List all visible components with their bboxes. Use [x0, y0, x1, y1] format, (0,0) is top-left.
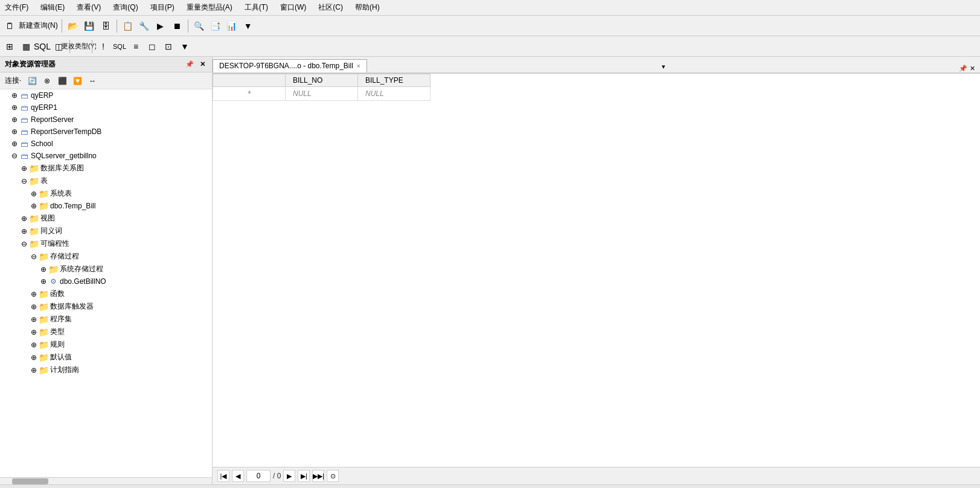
toolbar-btn-7[interactable]: 🔍 [192, 19, 207, 33]
toggle-functions[interactable]: ⊕ [29, 289, 39, 299]
toggle-programmability[interactable]: ⊖ [19, 239, 29, 249]
toolbar-btn-6[interactable]: ⏹ [170, 19, 184, 33]
new-query-button[interactable]: 🗒 [2, 19, 17, 33]
toggle-synonyms[interactable]: ⊕ [19, 226, 29, 236]
data-grid-container[interactable]: BILL_NO BILL_TYPE * NULL NULL [213, 74, 980, 467]
toolbar-btn-3[interactable]: 📋 [121, 19, 135, 33]
toggle-rules[interactable]: ⊕ [29, 340, 39, 350]
oe-filter-button[interactable]: 🔽 [71, 75, 84, 87]
tree-node-rules[interactable]: ⊕ 📁 规则 [0, 338, 212, 351]
tree-node-qyERP[interactable]: ⊕ 🗃 qyERP [0, 89, 212, 101]
toggle-views[interactable]: ⊕ [19, 214, 29, 223]
tree-node-dbo-temp-bill[interactable]: ⊕ 📁 dbo.Temp_Bill [0, 200, 212, 212]
tree-node-db-diagram[interactable]: ⊕ 📁 数据库关系图 [0, 162, 212, 175]
save-all-button[interactable]: 🗄 [98, 19, 113, 33]
tree-node-synonyms[interactable]: ⊕ 📁 同义词 [0, 225, 212, 237]
toggle-types[interactable]: ⊕ [29, 327, 39, 337]
open-file-button[interactable]: 📂 [66, 19, 80, 33]
tree-node-functions[interactable]: ⊕ 📁 函数 [0, 287, 212, 300]
menu-query[interactable]: 查询(Q) [110, 1, 140, 14]
page-all-button[interactable]: ▶▶| [312, 470, 324, 482]
new-query-label[interactable]: 新建查询(N) [19, 21, 58, 31]
tree-node-sys-tables[interactable]: ⊕ 📁 系统表 [0, 187, 212, 200]
tree-node-programmability[interactable]: ⊖ 📁 可编程性 [0, 237, 212, 250]
tb2-btn-7[interactable]: ⊡ [161, 39, 176, 54]
oe-sync-button[interactable]: ↔ [86, 75, 99, 87]
toolbar-btn-5[interactable]: ▶ [153, 19, 168, 33]
tree-node-ReportServer[interactable]: ⊕ 🗃 ReportServer [0, 114, 212, 126]
menu-tools[interactable]: 工具(T) [242, 1, 271, 14]
tree-node-stored-procs[interactable]: ⊖ 📁 存储过程 [0, 250, 212, 263]
tree-node-School[interactable]: ⊕ 🗃 School [0, 138, 212, 150]
toggle-defaults[interactable]: ⊕ [29, 353, 39, 362]
grid-cell-bill-no[interactable]: NULL [286, 87, 358, 101]
tree-container[interactable]: ⊕ 🗃 qyERP ⊕ 🗃 qyERP1 ⊕ 🗃 ReportServer [0, 89, 212, 477]
toggle-qyERP1[interactable]: ⊕ [10, 103, 19, 112]
toggle-ReportServer[interactable]: ⊕ [10, 115, 19, 124]
tree-hscrollbar[interactable] [0, 477, 212, 484]
oe-stop-button[interactable]: ⬛ [56, 75, 69, 87]
tab-temp-bill[interactable]: DESKTOP-9T6BGNA....o - dbo.Temp_Bill × [213, 59, 367, 72]
toggle-School[interactable]: ⊕ [10, 139, 19, 149]
page-first-button[interactable]: |◀ [217, 470, 229, 482]
tb2-exclaim[interactable]: ! [96, 39, 110, 54]
tree-node-views[interactable]: ⊕ 📁 视图 [0, 212, 212, 225]
menu-project[interactable]: 项目(P) [148, 1, 177, 14]
menu-help[interactable]: 帮助(H) [353, 1, 382, 14]
change-type-button[interactable]: 更改类型(Y)▾ [74, 39, 88, 54]
tb2-btn-6[interactable]: ◻ [145, 39, 159, 54]
menu-file[interactable]: 文件(F) [2, 1, 31, 14]
menu-edit[interactable]: 编辑(E) [38, 1, 67, 14]
tab-dropdown[interactable]: ▾ [658, 61, 669, 72]
toggle-ReportServerTempDB[interactable]: ⊕ [10, 127, 19, 136]
tb2-btn-3[interactable]: SQL [35, 39, 50, 54]
toggle-plan-guides[interactable]: ⊕ [29, 365, 39, 375]
tree-node-plan-guides[interactable]: ⊕ 📁 计划指南 [0, 364, 212, 376]
toggle-stored-procs[interactable]: ⊖ [29, 252, 39, 262]
tab-area-pin[interactable]: 📌 [959, 65, 967, 72]
tb2-btn-5[interactable]: ≡ [129, 39, 143, 54]
menu-community[interactable]: 社区(C) [316, 1, 345, 14]
grid-cell-bill-type[interactable]: NULL [358, 87, 431, 101]
page-current-input[interactable] [246, 470, 271, 482]
tb2-btn-1[interactable]: ⊞ [2, 39, 17, 54]
tree-node-dbo-getbillno[interactable]: ⊕ ⚙ dbo.GetBillNO [0, 275, 212, 287]
toggle-dbo-temp-bill[interactable]: ⊕ [29, 201, 39, 211]
page-next-button[interactable]: ▶ [283, 470, 295, 482]
tb2-sql[interactable]: SQL [112, 39, 127, 54]
toggle-sys-tables[interactable]: ⊕ [29, 189, 39, 199]
page-last-button[interactable]: ▶| [298, 470, 310, 482]
oe-disconnect-button[interactable]: ⊗ [40, 75, 54, 87]
tree-node-sys-stored-procs[interactable]: ⊕ 📁 系统存储过程 [0, 263, 212, 275]
toggle-sys-stored-procs[interactable]: ⊕ [39, 265, 48, 274]
tree-node-ReportServerTempDB[interactable]: ⊕ 🗃 ReportServerTempDB [0, 126, 212, 138]
menu-weight[interactable]: 重量类型品(A) [184, 1, 235, 14]
page-stop-button[interactable]: ⊙ [327, 470, 339, 482]
toggle-tables[interactable]: ⊖ [19, 176, 29, 186]
oe-connect-button[interactable]: 连接· [2, 74, 24, 87]
toolbar-btn-10[interactable]: ▼ [241, 19, 255, 33]
tree-node-defaults[interactable]: ⊕ 📁 默认值 [0, 351, 212, 364]
tb2-btn-2[interactable]: ▦ [19, 39, 33, 54]
tb2-btn-8[interactable]: ▼ [178, 39, 192, 54]
tree-node-db-triggers[interactable]: ⊕ 📁 数据库触发器 [0, 300, 212, 313]
oe-close-button[interactable]: ✕ [198, 60, 207, 69]
toggle-db-triggers[interactable]: ⊕ [29, 302, 39, 312]
tab-close-button[interactable]: × [357, 63, 360, 69]
oe-pin-button[interactable]: 📌 [184, 60, 196, 69]
toolbar-btn-8[interactable]: 📑 [208, 19, 223, 33]
toggle-assemblies[interactable]: ⊕ [29, 315, 39, 324]
toolbar-btn-4[interactable]: 🔧 [137, 19, 152, 33]
page-prev-button[interactable]: ◀ [232, 470, 244, 482]
toggle-SQLserver[interactable]: ⊖ [10, 151, 19, 161]
toggle-dbo-getbillno[interactable]: ⊕ [39, 277, 48, 286]
oe-refresh-button[interactable]: 🔄 [25, 75, 39, 87]
toggle-qyERP[interactable]: ⊕ [10, 91, 19, 100]
tree-node-tables[interactable]: ⊖ 📁 表 [0, 175, 212, 187]
tree-node-qyERP1[interactable]: ⊕ 🗃 qyERP1 [0, 101, 212, 114]
tab-area-close[interactable]: ✕ [970, 65, 975, 72]
tree-node-assemblies[interactable]: ⊕ 📁 程序集 [0, 313, 212, 326]
save-button[interactable]: 💾 [82, 19, 97, 33]
tree-node-SQLserver[interactable]: ⊖ 🗃 SQLserver_getbillno [0, 150, 212, 162]
tree-node-types[interactable]: ⊕ 📁 类型 [0, 326, 212, 338]
